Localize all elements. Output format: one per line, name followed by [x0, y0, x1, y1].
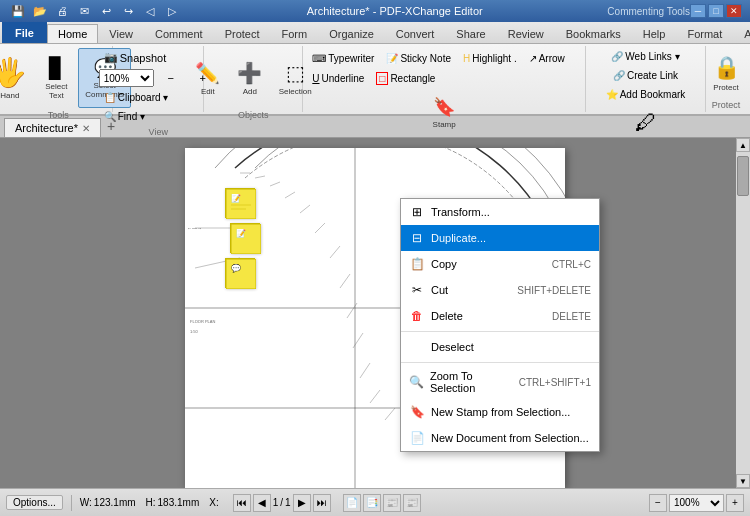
ctx-zoom-label: Zoom To Selection	[430, 370, 513, 394]
svg-text:FLOOR PLAN: FLOOR PLAN	[190, 319, 215, 324]
svg-text:←—→: ←—→	[187, 225, 202, 231]
ctx-new-stamp[interactable]: 🔖 New Stamp from Selection...	[401, 399, 599, 425]
ctx-new-doc[interactable]: 📄 New Document from Selection...	[401, 425, 599, 451]
scroll-thumb[interactable]	[737, 156, 749, 196]
prev-page-button[interactable]: ◀	[253, 494, 271, 512]
svg-text:1:50: 1:50	[190, 329, 199, 334]
snapshot-label: Snapshot	[120, 52, 166, 64]
doc-tab-architecture[interactable]: Architecture* ✕	[4, 118, 101, 137]
qat-nav-back[interactable]: ◁	[140, 2, 160, 20]
two-page-button[interactable]: 📰	[383, 494, 401, 512]
stamp-button[interactable]: 🔖 Stamp	[424, 90, 464, 135]
page-nav: ⏮ ◀ 1 / 1 ▶ ⏭	[233, 494, 331, 512]
snapshot-button[interactable]: 📷 Snapshot	[99, 48, 171, 67]
first-page-button[interactable]: ⏮	[233, 494, 251, 512]
zoom-dropdown[interactable]: 100% 50% 75% 125% 150% 200%	[669, 494, 724, 512]
close-button[interactable]: ✕	[726, 4, 742, 18]
protect-button[interactable]: 🔒 Protect	[706, 48, 747, 98]
tab-file[interactable]: File	[2, 22, 47, 43]
svg-text:📝: 📝	[231, 193, 241, 203]
clipboard-button[interactable]: 📋 Clipboard ▾	[99, 89, 174, 106]
sticky-note-3[interactable]: 💬	[225, 258, 255, 288]
create-link-label: Create Link	[627, 70, 678, 81]
ctx-copy[interactable]: 📋 Copy CTRL+C	[401, 251, 599, 277]
qat-print[interactable]: 🖨	[52, 2, 72, 20]
facing-button[interactable]: 📰	[403, 494, 421, 512]
tools-group: 🖐 Hand ▊ SelectText 💬 SelectComments Too…	[4, 46, 113, 112]
ctx-duplicate[interactable]: ⊟ Duplicate...	[401, 225, 599, 251]
ctx-cut[interactable]: ✂ Cut SHIFT+DELETE	[401, 277, 599, 303]
sticky-note-icon: 📝	[386, 53, 398, 64]
x-label: X:	[209, 497, 218, 508]
edit-button[interactable]: ✏️ Edit	[188, 48, 228, 108]
ctx-deselect[interactable]: Deselect	[401, 334, 599, 360]
arrow-button[interactable]: ↗ Arrow	[524, 50, 570, 67]
add-button[interactable]: ➕ Add	[230, 48, 270, 108]
web-links-button[interactable]: 🔗 Web Links ▾	[601, 48, 691, 65]
qat-undo[interactable]: ↩	[96, 2, 116, 20]
ctx-delete-label: Delete	[431, 310, 463, 322]
ctx-new-stamp-label: New Stamp from Selection...	[431, 406, 570, 418]
tab-help[interactable]: Help	[632, 24, 677, 43]
doc-tab-close-button[interactable]: ✕	[82, 123, 90, 134]
qat-redo[interactable]: ↪	[118, 2, 138, 20]
sticky-note-2[interactable]: 📝	[230, 223, 260, 253]
qat-nav-fwd[interactable]: ▷	[162, 2, 182, 20]
last-page-button[interactable]: ⏭	[313, 494, 331, 512]
qat-save[interactable]: 💾	[8, 2, 28, 20]
minimize-button[interactable]: ─	[690, 4, 706, 18]
new-doc-icon: 📄	[409, 430, 425, 446]
options-button[interactable]: Options...	[6, 495, 63, 510]
scroll-up-button[interactable]: ▲	[736, 138, 750, 152]
deselect-icon	[409, 339, 425, 355]
tab-convert[interactable]: Convert	[385, 24, 446, 43]
tab-comment[interactable]: Comment	[144, 24, 214, 43]
tab-view[interactable]: View	[98, 24, 144, 43]
find-icon: 🔍	[104, 111, 116, 122]
ctx-zoom-shortcut: CTRL+SHIFT+1	[519, 377, 591, 388]
tab-format[interactable]: Format	[676, 24, 733, 43]
add-bookmark-button[interactable]: ⭐ Add Bookmark	[601, 86, 691, 103]
quick-access-toolbar: 💾 📂 🖨 ✉ ↩ ↪ ◁ ▷	[8, 2, 182, 20]
sticky-note-1[interactable]: 📝	[225, 188, 255, 218]
qat-email[interactable]: ✉	[74, 2, 94, 20]
typewriter-button[interactable]: ⌨ Typewriter	[307, 50, 379, 67]
maximize-button[interactable]: □	[708, 4, 724, 18]
create-link-button[interactable]: 🔗 Create Link	[601, 67, 691, 84]
zoom-out-status-button[interactable]: −	[649, 494, 667, 512]
zoom-in-status-button[interactable]: +	[726, 494, 744, 512]
objects-group: ✏️ Edit ➕ Add ⬚ Selection Objects	[204, 46, 303, 112]
zoom-select[interactable]: 100%	[99, 69, 154, 87]
qat-folder[interactable]: 📂	[30, 2, 50, 20]
underline-button[interactable]: U Underline	[307, 69, 369, 88]
single-page-button[interactable]: 📄	[343, 494, 361, 512]
sticky-note-button[interactable]: 📝 Sticky Note	[381, 50, 456, 67]
edit-icon: ✏️	[195, 61, 220, 85]
select-text-button[interactable]: ▊ SelectText	[36, 48, 76, 108]
tab-form[interactable]: Form	[271, 24, 319, 43]
continuous-button[interactable]: 📑	[363, 494, 381, 512]
ctx-delete[interactable]: 🗑 Delete DELETE	[401, 303, 599, 329]
find-button[interactable]: 🔍 Find ▾	[99, 108, 150, 125]
next-page-button[interactable]: ▶	[293, 494, 311, 512]
scroll-down-button[interactable]: ▼	[736, 474, 750, 488]
tab-home[interactable]: Home	[47, 24, 98, 43]
zoom-out-button[interactable]: −	[156, 70, 186, 86]
tab-share[interactable]: Share	[445, 24, 496, 43]
ctx-deselect-label: Deselect	[431, 341, 474, 353]
hand-tool-button[interactable]: 🖐 Hand	[0, 48, 34, 108]
rectangle-button[interactable]: □ Rectangle	[371, 69, 440, 88]
tab-arrange[interactable]: Arrange	[733, 24, 750, 43]
tab-organize[interactable]: Organize	[318, 24, 385, 43]
ctx-cut-label: Cut	[431, 284, 448, 296]
new-stamp-icon: 🔖	[409, 404, 425, 420]
tab-review[interactable]: Review	[497, 24, 555, 43]
tab-bookmarks[interactable]: Bookmarks	[555, 24, 632, 43]
tab-protect[interactable]: Protect	[214, 24, 271, 43]
ctx-zoom[interactable]: 🔍 Zoom To Selection CTRL+SHIFT+1	[401, 365, 599, 399]
sticky-note-label: Sticky Note	[400, 53, 451, 64]
ribbon-tabs: File Home View Comment Protect Form Orga…	[0, 22, 750, 44]
highlight-button[interactable]: H Highlight .	[458, 50, 522, 67]
ctx-transform[interactable]: ⊞ Transform...	[401, 199, 599, 225]
ctx-duplicate-label: Duplicate...	[431, 232, 486, 244]
